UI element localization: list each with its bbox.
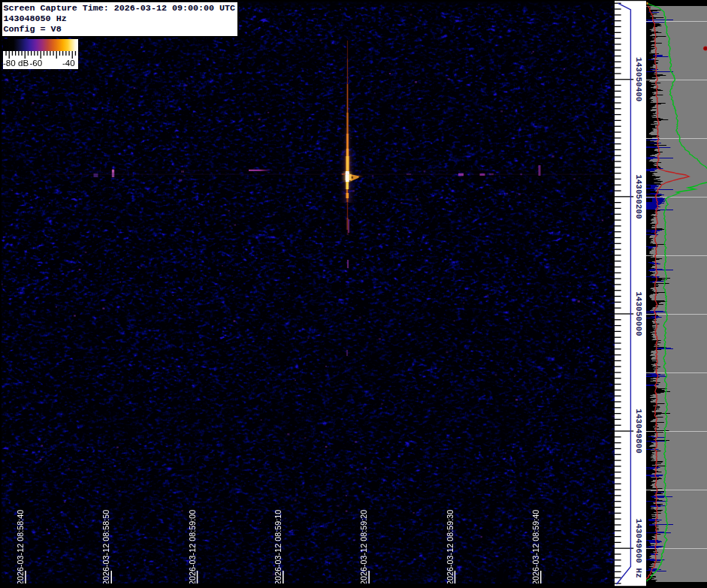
svg-text:143050400: 143050400 (634, 57, 643, 101)
svg-text:143050200: 143050200 (634, 174, 643, 219)
svg-text:143049600 Hz: 143049600 Hz (634, 519, 643, 578)
svg-text:143049800: 143049800 (634, 409, 643, 453)
svg-text:143050000: 143050000 (634, 291, 643, 336)
